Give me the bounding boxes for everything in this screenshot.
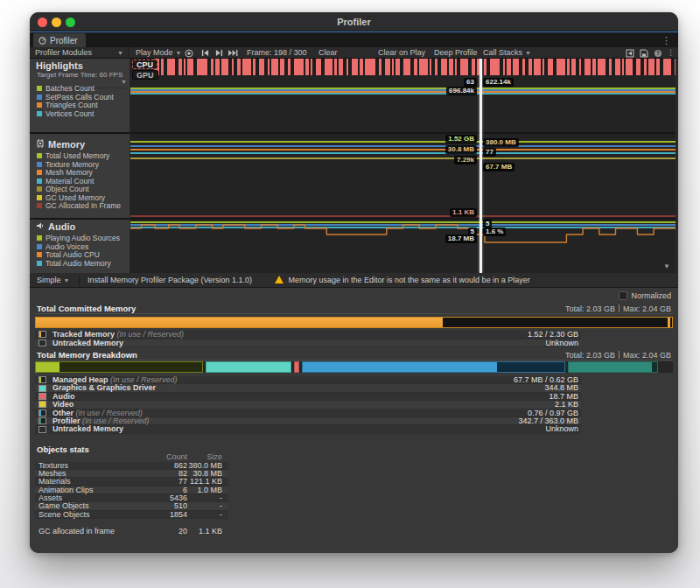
cpu-frame-bar xyxy=(522,59,525,75)
help-icon[interactable]: ? xyxy=(653,48,663,58)
sidebar-counter-gc-allocated-in-frame[interactable]: GC Allocated In Frame xyxy=(37,201,121,210)
normalized-checkbox[interactable] xyxy=(619,291,627,300)
memory-breakdown-header: Total Memory Breakdown Total: 2.03 GBMax… xyxy=(35,350,673,360)
cpu-track-label[interactable]: CPU xyxy=(132,60,158,69)
chart-series-line xyxy=(130,145,676,147)
selected-frame-playhead[interactable] xyxy=(480,59,482,273)
module-highlights: HighlightsTarget Frame Time: 60 FPS▼Batc… xyxy=(30,59,130,132)
breakdown-segment-fill xyxy=(206,362,290,372)
save-profile-icon[interactable] xyxy=(639,48,649,58)
next-frame-icon[interactable] xyxy=(214,48,224,58)
play-mode-dropdown[interactable]: Play Mode▼ xyxy=(136,47,181,59)
legend-row-untracked-memory[interactable]: Untracked MemoryUnknown xyxy=(35,340,581,348)
window-titlebar[interactable]: Profiler xyxy=(30,12,678,32)
counter-color-swatch xyxy=(37,186,42,192)
cpu-frame-bar xyxy=(161,59,164,75)
sidebar-counter-audio-voices[interactable]: Audio Voices xyxy=(37,242,88,251)
cpu-frame-bar xyxy=(663,59,671,75)
legend-value: Unknown xyxy=(545,340,578,348)
clear-on-play-button[interactable]: Clear on Play xyxy=(378,47,425,59)
cpu-frame-bar xyxy=(435,59,438,75)
tab-profiler[interactable]: Profiler xyxy=(33,33,86,48)
table-row-animation-clips[interactable]: Animation Clips61.0 MB xyxy=(35,486,228,494)
sidebar-counter-object-count[interactable]: Object Count xyxy=(37,185,89,193)
module-header-highlights[interactable]: Highlights xyxy=(36,60,83,71)
chart-context-arrow-icon[interactable]: ▼ xyxy=(663,262,670,270)
record-icon[interactable] xyxy=(184,48,194,58)
sidebar-counter-triangles-count[interactable]: Triangles Count xyxy=(37,101,98,109)
cpu-frame-bar xyxy=(622,59,624,75)
cpu-frame-bar xyxy=(392,59,394,75)
chart-value-label: 30.8 MB xyxy=(445,145,477,154)
cpu-frame-bar xyxy=(271,59,278,75)
cpu-frame-bar xyxy=(167,59,175,75)
cpu-frame-bar xyxy=(288,59,290,75)
legend-row-graphics-graphics-driver[interactable]: Graphics & Graphics Driver344.8 MB xyxy=(35,384,581,392)
install-memory-profiler-button[interactable]: Install Memory Profiler Package (Version… xyxy=(88,273,252,288)
committed-memory-end-sliver xyxy=(668,318,670,327)
chart-highlights[interactable]: 63622.14k696.84kCPUGPU xyxy=(130,59,676,132)
cpu-frame-bar xyxy=(346,59,348,75)
sidebar-counter-gc-used-memory[interactable]: GC Used Memory xyxy=(37,193,105,202)
clear-button[interactable]: Clear xyxy=(318,47,338,59)
tab-kebab-menu-icon[interactable]: ⋮ xyxy=(662,32,671,48)
cpu-frame-bar xyxy=(294,59,304,75)
cpu-frame-bar xyxy=(237,59,241,75)
current-frame-icon[interactable] xyxy=(228,48,238,58)
cpu-frame-time-bars[interactable] xyxy=(154,59,676,75)
normalized-toggle[interactable]: Normalized xyxy=(619,290,671,301)
sidebar-counter-total-used-memory[interactable]: Total Used Memory xyxy=(37,151,109,160)
cpu-frame-bar xyxy=(242,59,251,75)
legend-swatch xyxy=(38,417,46,424)
cpu-frame-bar xyxy=(609,59,612,75)
cpu-frame-bar xyxy=(221,59,228,75)
sidebar-counter-mesh-memory[interactable]: Mesh Memory xyxy=(37,168,93,177)
sidebar-counter-total-audio-cpu[interactable]: Total Audio CPU xyxy=(37,250,100,259)
chart-value-label: 380.0 MB xyxy=(483,138,519,147)
cpu-frame-bar xyxy=(636,59,640,75)
module-header-memory[interactable]: Memory xyxy=(36,139,85,150)
cell-size: - xyxy=(220,511,222,519)
chart-value-label: 1.1 KB xyxy=(450,208,477,217)
load-profile-icon[interactable] xyxy=(625,48,635,58)
chart-value-label: 67.7 MB xyxy=(483,163,514,172)
cpu-frame-bar xyxy=(268,59,270,75)
cpu-frame-bar xyxy=(449,59,453,75)
sidebar-counter-batches-count[interactable]: Batches Count xyxy=(37,84,94,93)
module-memory: MemoryTotal Used MemoryTexture MemoryMes… xyxy=(30,134,130,218)
profiler-modules-dropdown[interactable]: Profiler Modules ▼ xyxy=(30,47,129,59)
breakdown-segment-fill xyxy=(303,362,497,372)
chart-memory[interactable]: 1.52 GB380.0 MB30.8 MB777.29k67.7 MB1.1 … xyxy=(130,134,676,218)
chart-value-label: 1.6 % xyxy=(483,228,506,236)
sidebar-counter-texture-memory[interactable]: Texture Memory xyxy=(37,160,99,169)
sidebar-counter-total-audio-memory[interactable]: Total Audio Memory xyxy=(37,259,111,268)
module-header-audio[interactable]: Audio xyxy=(36,221,75,232)
cell-count: 1854 xyxy=(170,511,187,519)
detail-view-dropdown[interactable]: Simple▼ xyxy=(37,273,69,288)
sidebar-counter-vertices-count[interactable]: Vertices Count xyxy=(37,109,94,118)
cpu-frame-bar xyxy=(584,59,591,75)
deep-profile-button[interactable]: Deep Profile xyxy=(434,47,478,59)
cpu-frame-bar xyxy=(484,59,486,75)
toolbar-kebab-menu-icon[interactable]: ⋮ xyxy=(667,47,675,59)
cell-label: GC allocated in frame xyxy=(38,527,115,536)
chart-value-label: 63 xyxy=(464,78,477,87)
sidebar-counter-playing-audio-sources[interactable]: Playing Audio Sources xyxy=(37,234,120,242)
chart-divider xyxy=(130,218,676,220)
cpu-frame-bar xyxy=(184,59,186,75)
breakdown-segment-fill xyxy=(569,362,652,372)
chart-audio[interactable]: 551.6 %18.7 MB xyxy=(130,220,676,273)
sidebar-counter-setpass-calls-count[interactable]: SetPass Calls Count xyxy=(37,93,114,102)
cpu-frame-bar xyxy=(513,59,519,75)
gpu-track-label[interactable]: GPU xyxy=(132,70,158,80)
legend-row-untracked-memory[interactable]: Untracked MemoryUnknown xyxy=(35,425,581,433)
legend-row-audio[interactable]: Audio18.7 MB xyxy=(35,393,581,401)
legend-label: Untracked Memory xyxy=(52,340,123,348)
call-stacks-dropdown[interactable]: Call Stacks▼ xyxy=(483,47,531,59)
counter-color-swatch xyxy=(37,94,42,100)
sidebar-counter-material-count[interactable]: Material Count xyxy=(37,177,94,186)
previous-frame-icon[interactable] xyxy=(200,48,210,58)
table-row-scene-objects[interactable]: Scene Objects1854- xyxy=(35,511,228,519)
committed-totals: Total: 2.03 GBMax: 2.04 GB xyxy=(565,304,671,314)
charts-canvas[interactable]: 63622.14k696.84kCPUGPU1.52 GB380.0 MB30.… xyxy=(130,59,676,273)
